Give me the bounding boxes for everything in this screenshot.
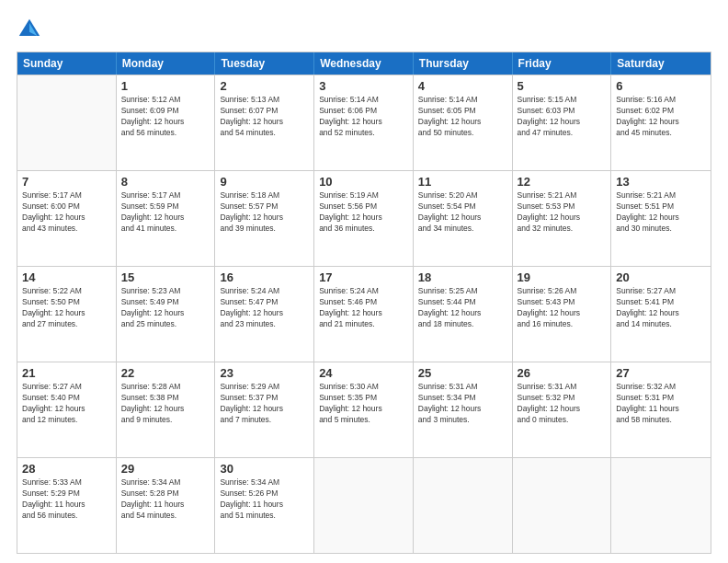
- header-saturday: Saturday: [611, 52, 711, 75]
- day-info: Sunrise: 5:22 AMSunset: 5:50 PMDaylight:…: [22, 286, 111, 330]
- table-row: 18Sunrise: 5:25 AMSunset: 5:44 PMDayligh…: [414, 267, 513, 362]
- table-row: 26Sunrise: 5:31 AMSunset: 5:32 PMDayligh…: [513, 362, 612, 457]
- day-number: 23: [220, 366, 309, 380]
- day-info: Sunrise: 5:24 AMSunset: 5:46 PMDaylight:…: [319, 286, 408, 330]
- table-row: 7Sunrise: 5:17 AMSunset: 6:00 PMDaylight…: [17, 171, 117, 266]
- table-row: [611, 458, 711, 553]
- day-info: Sunrise: 5:25 AMSunset: 5:44 PMDaylight:…: [418, 286, 507, 330]
- day-number: 12: [518, 175, 607, 189]
- day-number: 5: [518, 79, 607, 93]
- table-row: 3Sunrise: 5:14 AMSunset: 6:06 PMDaylight…: [314, 75, 414, 170]
- day-number: 13: [616, 175, 706, 189]
- table-row: 20Sunrise: 5:27 AMSunset: 5:41 PMDayligh…: [611, 267, 711, 362]
- day-number: 21: [22, 366, 111, 380]
- calendar: Sunday Monday Tuesday Wednesday Thursday…: [17, 52, 711, 554]
- day-info: Sunrise: 5:19 AMSunset: 5:56 PMDaylight:…: [319, 190, 408, 235]
- day-number: 28: [22, 462, 111, 476]
- week-row-4: 21Sunrise: 5:27 AMSunset: 5:40 PMDayligh…: [17, 362, 711, 457]
- table-row: [414, 458, 513, 553]
- table-row: 23Sunrise: 5:29 AMSunset: 5:37 PMDayligh…: [215, 362, 314, 457]
- day-info: Sunrise: 5:27 AMSunset: 5:40 PMDaylight:…: [22, 382, 111, 426]
- table-row: 16Sunrise: 5:24 AMSunset: 5:47 PMDayligh…: [215, 267, 314, 362]
- day-info: Sunrise: 5:29 AMSunset: 5:37 PMDaylight:…: [220, 382, 309, 426]
- day-info: Sunrise: 5:13 AMSunset: 6:07 PMDaylight:…: [220, 95, 309, 139]
- day-info: Sunrise: 5:14 AMSunset: 6:06 PMDaylight:…: [319, 95, 408, 139]
- header-tuesday: Tuesday: [215, 52, 314, 75]
- day-number: 9: [220, 175, 309, 189]
- day-number: 1: [121, 79, 210, 93]
- day-info: Sunrise: 5:28 AMSunset: 5:38 PMDaylight:…: [121, 382, 210, 426]
- table-row: 2Sunrise: 5:13 AMSunset: 6:07 PMDaylight…: [215, 75, 314, 170]
- table-row: 29Sunrise: 5:34 AMSunset: 5:28 PMDayligh…: [117, 458, 216, 553]
- table-row: 19Sunrise: 5:26 AMSunset: 5:43 PMDayligh…: [513, 267, 612, 362]
- day-info: Sunrise: 5:21 AMSunset: 5:51 PMDaylight:…: [616, 190, 706, 235]
- day-info: Sunrise: 5:15 AMSunset: 6:03 PMDaylight:…: [518, 95, 607, 139]
- header-thursday: Thursday: [414, 52, 513, 75]
- day-number: 24: [319, 366, 408, 380]
- day-info: Sunrise: 5:12 AMSunset: 6:09 PMDaylight:…: [121, 95, 210, 139]
- table-row: 11Sunrise: 5:20 AMSunset: 5:54 PMDayligh…: [414, 171, 513, 266]
- day-number: 3: [319, 79, 408, 93]
- day-number: 4: [418, 79, 507, 93]
- table-row: 4Sunrise: 5:14 AMSunset: 6:05 PMDaylight…: [414, 75, 513, 170]
- day-number: 15: [121, 270, 210, 284]
- table-row: 1Sunrise: 5:12 AMSunset: 6:09 PMDaylight…: [117, 75, 216, 170]
- day-info: Sunrise: 5:20 AMSunset: 5:54 PMDaylight:…: [418, 190, 507, 235]
- logo: [17, 17, 44, 42]
- table-row: 5Sunrise: 5:15 AMSunset: 6:03 PMDaylight…: [513, 75, 612, 170]
- day-number: 22: [121, 366, 210, 380]
- table-row: 10Sunrise: 5:19 AMSunset: 5:56 PMDayligh…: [314, 171, 414, 266]
- day-number: 10: [319, 175, 408, 189]
- table-row: 21Sunrise: 5:27 AMSunset: 5:40 PMDayligh…: [17, 362, 117, 457]
- week-row-3: 14Sunrise: 5:22 AMSunset: 5:50 PMDayligh…: [17, 266, 711, 362]
- day-info: Sunrise: 5:24 AMSunset: 5:47 PMDaylight:…: [220, 286, 309, 330]
- day-number: 16: [220, 270, 309, 284]
- calendar-body: 1Sunrise: 5:12 AMSunset: 6:09 PMDaylight…: [17, 75, 711, 553]
- day-number: 20: [616, 270, 706, 284]
- day-number: 6: [616, 79, 706, 93]
- week-row-1: 1Sunrise: 5:12 AMSunset: 6:09 PMDaylight…: [17, 75, 711, 170]
- day-info: Sunrise: 5:34 AMSunset: 5:26 PMDaylight:…: [220, 477, 309, 522]
- day-number: 29: [121, 462, 210, 476]
- day-number: 30: [220, 462, 309, 476]
- table-row: [513, 458, 612, 553]
- day-number: 11: [418, 175, 507, 189]
- day-info: Sunrise: 5:16 AMSunset: 6:02 PMDaylight:…: [616, 95, 706, 139]
- table-row: 24Sunrise: 5:30 AMSunset: 5:35 PMDayligh…: [314, 362, 414, 457]
- day-number: 14: [22, 270, 111, 284]
- day-info: Sunrise: 5:18 AMSunset: 5:57 PMDaylight:…: [220, 190, 309, 235]
- week-row-5: 28Sunrise: 5:33 AMSunset: 5:29 PMDayligh…: [17, 457, 711, 553]
- day-info: Sunrise: 5:23 AMSunset: 5:49 PMDaylight:…: [121, 286, 210, 330]
- day-info: Sunrise: 5:34 AMSunset: 5:28 PMDaylight:…: [121, 477, 210, 522]
- table-row: 15Sunrise: 5:23 AMSunset: 5:49 PMDayligh…: [117, 267, 216, 362]
- table-row: 14Sunrise: 5:22 AMSunset: 5:50 PMDayligh…: [17, 267, 117, 362]
- day-info: Sunrise: 5:32 AMSunset: 5:31 PMDaylight:…: [616, 382, 706, 426]
- day-number: 19: [518, 270, 607, 284]
- header-wednesday: Wednesday: [314, 52, 414, 75]
- day-number: 26: [518, 366, 607, 380]
- header-sunday: Sunday: [17, 52, 117, 75]
- day-number: 18: [418, 270, 507, 284]
- day-info: Sunrise: 5:17 AMSunset: 6:00 PMDaylight:…: [22, 190, 111, 235]
- day-number: 27: [616, 366, 706, 380]
- table-row: [314, 458, 414, 553]
- table-row: 28Sunrise: 5:33 AMSunset: 5:29 PMDayligh…: [17, 458, 117, 553]
- table-row: 13Sunrise: 5:21 AMSunset: 5:51 PMDayligh…: [611, 171, 711, 266]
- table-row: 25Sunrise: 5:31 AMSunset: 5:34 PMDayligh…: [414, 362, 513, 457]
- day-number: 7: [22, 175, 111, 189]
- table-row: 8Sunrise: 5:17 AMSunset: 5:59 PMDaylight…: [117, 171, 216, 266]
- table-row: 6Sunrise: 5:16 AMSunset: 6:02 PMDaylight…: [611, 75, 711, 170]
- table-row: 9Sunrise: 5:18 AMSunset: 5:57 PMDaylight…: [215, 171, 314, 266]
- table-row: 17Sunrise: 5:24 AMSunset: 5:46 PMDayligh…: [314, 267, 414, 362]
- calendar-header: Sunday Monday Tuesday Wednesday Thursday…: [17, 52, 711, 75]
- day-number: 2: [220, 79, 309, 93]
- day-number: 17: [319, 270, 408, 284]
- day-info: Sunrise: 5:31 AMSunset: 5:32 PMDaylight:…: [518, 382, 607, 426]
- header-monday: Monday: [117, 52, 216, 75]
- table-row: 30Sunrise: 5:34 AMSunset: 5:26 PMDayligh…: [215, 458, 314, 553]
- page-header: [17, 17, 711, 42]
- table-row: [17, 75, 117, 170]
- logo-icon: [17, 17, 42, 42]
- day-number: 25: [418, 366, 507, 380]
- week-row-2: 7Sunrise: 5:17 AMSunset: 6:00 PMDaylight…: [17, 170, 711, 266]
